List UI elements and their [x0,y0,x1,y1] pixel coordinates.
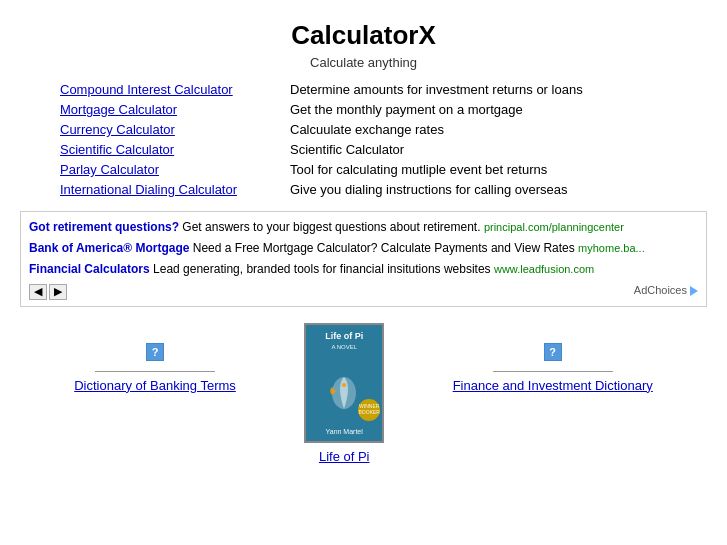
calculator-row: Currency Calculator Calcuulate exchange … [60,122,667,137]
bottom-right-item: ? Finance and Investment Dictionary [453,343,653,393]
ad-row: Bank of America® Mortgage Need a Free Mo… [29,239,698,258]
ad-bold[interactable]: Financial Calculators [29,262,150,276]
finance-dictionary-link[interactable]: Finance and Investment Dictionary [453,378,653,393]
ad-row: Financial Calculators Lead generating, b… [29,260,698,279]
ad-url: principal.com/planningcenter [484,221,624,233]
ad-text: Get answers to your biggest questions ab… [179,220,481,234]
ad-text: Lead generating, branded tools for finan… [150,262,491,276]
page-title: CalculatorX [20,20,707,51]
calculator-row: Compound Interest Calculator Determine a… [60,82,667,97]
calc-link-col: Compound Interest Calculator [60,82,280,97]
calculator-row: Parlay Calculator Tool for calculating m… [60,162,667,177]
question-icon-left: ? [146,343,164,361]
svg-point-1 [342,383,346,387]
calc-description: Get the monthly payment on a mortgage [280,102,667,117]
calc-link[interactable]: Compound Interest Calculator [60,82,233,97]
calc-link[interactable]: Mortgage Calculator [60,102,177,117]
calculator-list: Compound Interest Calculator Determine a… [20,82,707,197]
life-of-pi-link[interactable]: Life of Pi [319,449,370,464]
ad-choices-icon [690,286,698,296]
calc-link-col: International Dialing Calculator [60,182,280,197]
book-author: Yann Martel [326,428,363,435]
calculator-row: Scientific Calculator Scientific Calcula… [60,142,667,157]
placeholder-line-left [95,371,215,372]
calc-link[interactable]: International Dialing Calculator [60,182,237,197]
book-title: Life of PiA NOVEL [325,331,363,353]
calc-description: Determine amounts for investment returns… [280,82,667,97]
ad-bold[interactable]: Bank of America® Mortgage [29,241,189,255]
ad-choices: AdChoices [634,282,698,300]
ad-bold[interactable]: Got retirement questions? [29,220,179,234]
bottom-center-item: Life of PiA NOVEL Yann Martel WINNERBOOK… [304,323,384,464]
calc-link-col: Scientific Calculator [60,142,280,157]
calc-link-col: Parlay Calculator [60,162,280,177]
ad-prev-button[interactable]: ◀ [29,284,47,300]
calculator-row: International Dialing Calculator Give yo… [60,182,667,197]
calc-link-col: Currency Calculator [60,122,280,137]
ad-url: myhome.ba... [578,242,645,254]
ad-nav: ◀ ▶ [29,284,698,300]
calc-link[interactable]: Scientific Calculator [60,142,174,157]
banking-dictionary-link[interactable]: Dictionary of Banking Terms [74,378,236,393]
book-award-badge: WINNERBOOKER [358,399,380,421]
calc-description: Calcuulate exchange rates [280,122,667,137]
page-wrapper: CalculatorX Calculate anything Compound … [0,0,727,545]
book-cover[interactable]: Life of PiA NOVEL Yann Martel WINNERBOOK… [304,323,384,443]
subtitle: Calculate anything [20,55,707,70]
calc-description: Give you dialing instructions for callin… [280,182,667,197]
calc-link[interactable]: Currency Calculator [60,122,175,137]
placeholder-line-right [493,371,613,372]
ad-box: Got retirement questions? Get answers to… [20,211,707,307]
ad-next-button[interactable]: ▶ [49,284,67,300]
header: CalculatorX [20,10,707,55]
ad-url: www.leadfusion.com [494,263,594,275]
bottom-section: ? Dictionary of Banking Terms Life of Pi… [20,323,707,464]
calc-link-col: Mortgage Calculator [60,102,280,117]
calc-description: Tool for calculating mutliple event bet … [280,162,667,177]
ad-text: Need a Free Mortgage Calculator? Calcula… [189,241,574,255]
calculator-row: Mortgage Calculator Get the monthly paym… [60,102,667,117]
calc-description: Scientific Calculator [280,142,667,157]
ad-row: Got retirement questions? Get answers to… [29,218,698,237]
question-icon-right: ? [544,343,562,361]
calc-link[interactable]: Parlay Calculator [60,162,159,177]
bottom-left-item: ? Dictionary of Banking Terms [74,343,236,393]
